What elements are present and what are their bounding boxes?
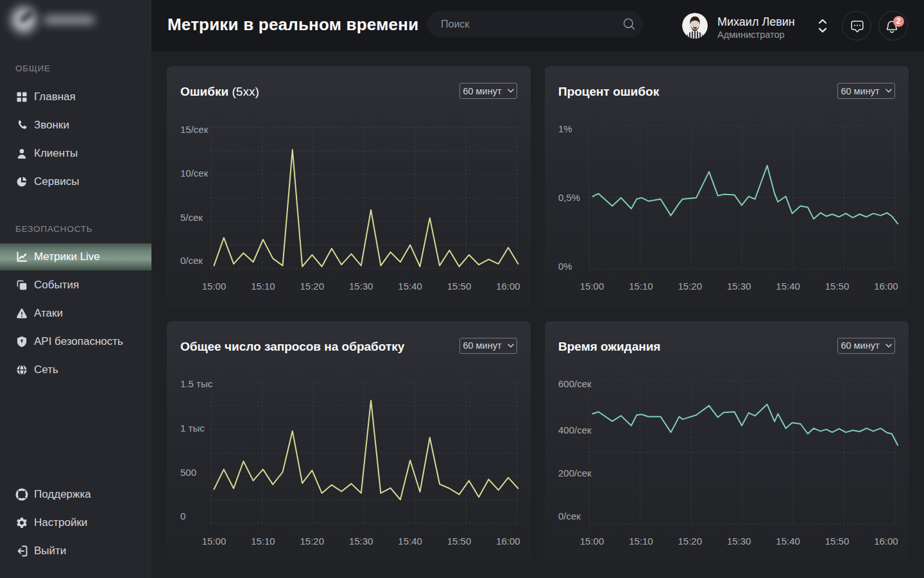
svg-text:1.5 тыс: 1.5 тыс <box>180 378 213 389</box>
svg-text:15:00: 15:00 <box>202 281 227 292</box>
svg-text:15:00: 15:00 <box>580 536 604 547</box>
svg-text:15/сек: 15/сек <box>180 124 209 135</box>
svg-text:15:30: 15:30 <box>727 281 751 292</box>
svg-text:15:40: 15:40 <box>776 281 800 292</box>
svg-text:15:40: 15:40 <box>776 536 800 547</box>
svg-text:10/сек: 10/сек <box>180 168 209 179</box>
svg-text:0%: 0% <box>558 261 572 272</box>
svg-text:16:00: 16:00 <box>874 536 898 547</box>
svg-text:16:00: 16:00 <box>496 281 520 292</box>
svg-text:16:00: 16:00 <box>496 536 520 547</box>
svg-text:15:50: 15:50 <box>447 281 472 292</box>
svg-text:0/сек: 0/сек <box>180 255 203 266</box>
svg-text:15:10: 15:10 <box>251 536 275 547</box>
svg-text:15:30: 15:30 <box>349 536 373 547</box>
svg-text:400/сек: 400/сек <box>558 424 592 435</box>
svg-text:16:00: 16:00 <box>874 281 898 292</box>
svg-text:15:00: 15:00 <box>202 536 227 547</box>
svg-text:15:20: 15:20 <box>300 281 325 292</box>
svg-text:1%: 1% <box>558 123 572 134</box>
svg-text:5/сек: 5/сек <box>180 212 203 223</box>
svg-text:1 тыс: 1 тыс <box>180 423 205 434</box>
svg-text:15:00: 15:00 <box>580 281 604 292</box>
svg-text:0: 0 <box>180 510 185 521</box>
svg-text:15:30: 15:30 <box>349 281 373 292</box>
svg-text:500: 500 <box>180 467 196 478</box>
svg-text:0,5%: 0,5% <box>558 192 580 203</box>
svg-text:15:20: 15:20 <box>678 536 703 547</box>
svg-text:15:10: 15:10 <box>251 281 275 292</box>
svg-text:15:20: 15:20 <box>678 281 703 292</box>
svg-text:0/сек: 0/сек <box>558 510 581 521</box>
svg-text:200/сек: 200/сек <box>558 468 592 478</box>
svg-text:15:50: 15:50 <box>825 536 850 547</box>
svg-text:600/сек: 600/сек <box>558 378 592 389</box>
svg-text:15:10: 15:10 <box>629 536 653 547</box>
svg-text:15:50: 15:50 <box>447 536 472 547</box>
svg-text:15:40: 15:40 <box>398 281 422 292</box>
svg-text:15:30: 15:30 <box>727 536 751 547</box>
svg-text:15:10: 15:10 <box>629 281 653 292</box>
svg-text:15:40: 15:40 <box>398 536 422 547</box>
svg-text:15:50: 15:50 <box>825 281 850 292</box>
svg-text:15:20: 15:20 <box>300 536 325 547</box>
